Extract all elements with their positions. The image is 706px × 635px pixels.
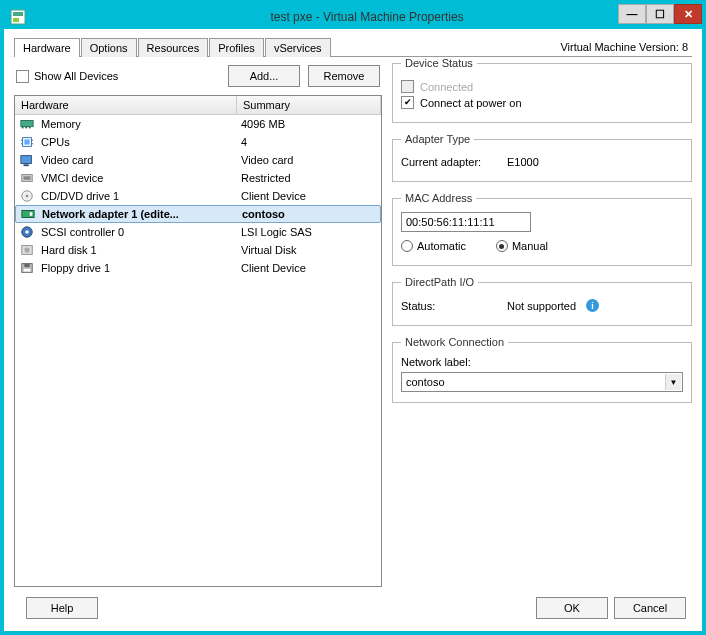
content-area: Hardware Options Resources Profiles vSer…	[4, 29, 702, 631]
mac-address-legend: MAC Address	[401, 192, 476, 204]
maximize-button[interactable]: ☐	[646, 4, 674, 24]
mac-address-group: MAC Address Automatic Manual	[392, 192, 692, 266]
main-split: Show All Devices Add... Remove Hardware …	[14, 57, 692, 587]
mac-manual-radio[interactable]: Manual	[496, 240, 548, 252]
connect-power-on-label: Connect at power on	[420, 97, 522, 109]
radio-icon	[496, 240, 508, 252]
svg-rect-26	[24, 264, 29, 268]
hw-name: VMCI device	[39, 172, 237, 184]
window-title: test pxe - Virtual Machine Properties	[32, 10, 702, 24]
left-pane: Show All Devices Add... Remove Hardware …	[14, 57, 382, 587]
video-icon	[15, 153, 39, 167]
network-connection-legend: Network Connection	[401, 336, 508, 348]
table-row[interactable]: VMCI deviceRestricted	[15, 169, 381, 187]
hw-summary: Restricted	[237, 172, 381, 184]
vmci-icon	[15, 171, 39, 185]
hw-summary: LSI Logic SAS	[237, 226, 381, 238]
scsi-icon	[15, 225, 39, 239]
svg-rect-1	[13, 12, 23, 16]
vm-version-label: Virtual Machine Version: 8	[556, 38, 692, 56]
show-all-devices-label: Show All Devices	[34, 70, 118, 82]
svg-point-22	[25, 230, 29, 234]
svg-rect-3	[21, 121, 33, 127]
chevron-down-icon: ▼	[665, 374, 681, 390]
app-icon	[10, 9, 26, 25]
radio-icon	[401, 240, 413, 252]
footer: Help OK Cancel	[14, 587, 692, 623]
nic-icon	[16, 207, 40, 221]
tabs-row: Hardware Options Resources Profiles vSer…	[14, 35, 692, 57]
network-label-dropdown[interactable]: contoso ▼	[401, 372, 683, 392]
table-row[interactable]: Hard disk 1Virtual Disk	[15, 241, 381, 259]
network-label-value: contoso	[406, 376, 445, 388]
mac-manual-label: Manual	[512, 240, 548, 252]
svg-rect-27	[24, 269, 31, 272]
svg-rect-20	[30, 212, 33, 216]
checkbox-icon	[401, 80, 414, 93]
hw-summary: 4096 MB	[237, 118, 381, 130]
connect-power-on-checkbox[interactable]: ✔ Connect at power on	[401, 96, 683, 109]
svg-rect-4	[22, 127, 24, 129]
tab-vservices[interactable]: vServices	[265, 38, 331, 57]
svg-point-18	[26, 195, 29, 198]
tab-profiles[interactable]: Profiles	[209, 38, 264, 57]
hw-name: Memory	[39, 118, 237, 130]
mac-automatic-label: Automatic	[417, 240, 466, 252]
memory-icon	[15, 117, 39, 131]
info-icon[interactable]: i	[586, 299, 599, 312]
svg-rect-6	[29, 127, 31, 129]
ok-button[interactable]: OK	[536, 597, 608, 619]
help-button[interactable]: Help	[26, 597, 98, 619]
hw-summary: Client Device	[237, 190, 381, 202]
table-row[interactable]: SCSI controller 0LSI Logic SAS	[15, 223, 381, 241]
directpath-status-label: Status:	[401, 300, 501, 312]
current-adapter-value: E1000	[507, 156, 683, 168]
right-pane: Device Status Connected ✔ Connect at pow…	[392, 57, 692, 587]
hw-name: Floppy drive 1	[39, 262, 237, 274]
vm-properties-window: test pxe - Virtual Machine Properties — …	[4, 4, 702, 631]
directpath-status-value: Not supported	[507, 300, 576, 312]
table-row[interactable]: Memory4096 MB	[15, 115, 381, 133]
remove-button[interactable]: Remove	[308, 65, 380, 87]
floppy-icon	[15, 261, 39, 275]
table-row[interactable]: Network adapter 1 (edite...contoso	[15, 205, 381, 223]
tab-resources[interactable]: Resources	[138, 38, 209, 57]
checkbox-icon: ✔	[401, 96, 414, 109]
checkbox-icon	[16, 70, 29, 83]
hw-summary: Client Device	[237, 262, 381, 274]
table-row[interactable]: Floppy drive 1Client Device	[15, 259, 381, 277]
hardware-table: Hardware Summary Memory4096 MBCPUs4Video…	[14, 95, 382, 587]
svg-rect-5	[25, 127, 27, 129]
table-row[interactable]: CPUs4	[15, 133, 381, 151]
titlebar[interactable]: test pxe - Virtual Machine Properties — …	[4, 4, 702, 29]
mac-automatic-radio[interactable]: Automatic	[401, 240, 466, 252]
col-header-hardware[interactable]: Hardware	[15, 96, 237, 114]
hw-name: Network adapter 1 (edite...	[40, 208, 238, 220]
hw-name: CPUs	[39, 136, 237, 148]
table-row[interactable]: CD/DVD drive 1Client Device	[15, 187, 381, 205]
tab-hardware[interactable]: Hardware	[14, 38, 80, 57]
hdd-icon	[15, 243, 39, 257]
hw-name: Video card	[39, 154, 237, 166]
hw-summary: Virtual Disk	[237, 244, 381, 256]
col-header-summary[interactable]: Summary	[237, 96, 381, 114]
directpath-group: DirectPath I/O Status: Not supported i	[392, 276, 692, 326]
connected-label: Connected	[420, 81, 473, 93]
adapter-type-legend: Adapter Type	[401, 133, 474, 145]
cd-icon	[15, 189, 39, 203]
close-button[interactable]: ✕	[674, 4, 702, 24]
minimize-button[interactable]: —	[618, 4, 646, 24]
cpu-icon	[15, 135, 39, 149]
mac-address-input[interactable]	[401, 212, 531, 232]
device-status-legend: Device Status	[401, 57, 477, 69]
top-controls: Show All Devices Add... Remove	[14, 57, 382, 95]
tab-options[interactable]: Options	[81, 38, 137, 57]
cancel-button[interactable]: Cancel	[614, 597, 686, 619]
hw-summary: 4	[237, 136, 381, 148]
svg-rect-16	[24, 176, 31, 180]
directpath-legend: DirectPath I/O	[401, 276, 478, 288]
table-row[interactable]: Video cardVideo card	[15, 151, 381, 169]
show-all-devices-checkbox[interactable]: Show All Devices	[16, 70, 118, 83]
device-status-group: Device Status Connected ✔ Connect at pow…	[392, 57, 692, 123]
add-button[interactable]: Add...	[228, 65, 300, 87]
